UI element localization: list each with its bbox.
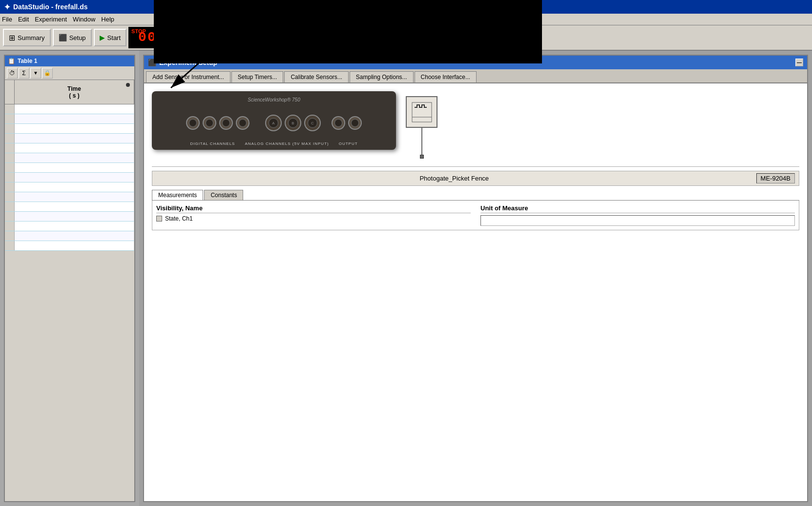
port-din-a: A [265,115,282,131]
col-time-unit: ( s ) [69,92,79,99]
menu-help[interactable]: Help [101,16,114,23]
menu-window[interactable]: Window [73,16,95,23]
state-label: State, Ch1 [165,215,193,222]
chevron-down-icon: ▼ [33,70,38,76]
port-digital-2 [203,116,216,130]
setup-tabs: Add Sensor or Instrument... Setup Timers… [144,69,807,83]
visibility-col-header: Visibility, Name [156,204,471,213]
meas-columns: Visibility, Name State, Ch1 Unit of Meas… [156,204,795,226]
table-row [5,202,134,212]
table-toolbar: ⏱ Σ ▼ 🔒 [5,66,134,80]
table-row [5,124,134,134]
right-panel: ⬛ Experiment Setup — Add Sensor or Instr… [139,51,812,506]
sensor-icon [406,96,437,128]
tab-setup-timers[interactable]: Setup Timers... [231,71,284,82]
port-din-b: B [285,115,301,131]
table-window: 📋 Table 1 ⏱ Σ ▼ 🔒 [4,55,135,502]
tab-calibrate[interactable]: Calibrate Sensors... [284,71,348,82]
summary-icon: ⊞ [9,33,15,42]
table-rows-container[interactable] [5,104,134,501]
col-time-header: Time [67,85,81,92]
setup-bottom: Photogate_Picket Fence ME-9204B Measurem… [152,166,799,230]
tab-add-sensor[interactable]: Add Sensor or Instrument... [146,71,230,82]
sensor-info-bar: Photogate_Picket Fence ME-9204B [152,171,799,186]
table-row [5,212,134,222]
menu-experiment[interactable]: Experiment [35,16,67,23]
measurements-body: Visibility, Name State, Ch1 Unit of Meas… [152,201,799,230]
table-header-row: Time ( s ) [5,80,134,104]
unit-field [480,215,795,226]
table-row [5,114,134,124]
tab-measurements[interactable]: Measurements [152,190,203,200]
table-row [5,143,134,153]
table-title-bar: 📋 Table 1 [5,56,134,66]
left-panel: 📋 Table 1 ⏱ Σ ▼ 🔒 [0,51,139,506]
table-row [5,231,134,241]
clock-tool-button[interactable]: ⏱ [7,68,18,79]
start-icon: ▶ [100,34,105,41]
app-title: DataStudio - freefall.ds [13,3,87,11]
lock-tool-button[interactable]: 🔒 [42,68,53,79]
device-label: ScienceWorkshop® 750 [248,97,300,102]
table-row [5,222,134,231]
interface-area: ScienceWorkshop® 750 [152,91,799,159]
col-dot [126,83,130,87]
sensor-icon-svg [410,100,434,124]
sigma-tool-button[interactable]: Σ [19,68,29,79]
setup-body: ScienceWorkshop® 750 [144,83,807,501]
measurements-tabs: Measurements Constants [152,190,799,201]
port-output-1 [332,116,345,130]
port-digital-4 [236,116,250,130]
meas-col-visibility: Visibility, Name State, Ch1 [156,204,471,226]
connector-box [420,155,424,159]
dropdown-tool-button[interactable]: ▼ [30,68,41,79]
tab-choose-interface[interactable]: Choose Interface... [415,71,477,82]
unit-col-header: Unit of Measure [480,204,795,213]
sigma-icon: Σ [22,70,25,77]
sensor-area [406,96,437,159]
table-title: Table 1 [18,58,37,64]
port-din-c: C [304,115,321,131]
port-digital-3 [219,116,233,130]
port-output-2 [348,116,362,130]
device-bottom-labels: DIGITAL CHANNELS ANALOG CHANNELS (5V MAX… [190,142,357,146]
sensor-name: Photogate_Picket Fence [156,175,752,182]
table-row [5,163,134,173]
main-content: 📋 Table 1 ⏱ Σ ▼ 🔒 [0,51,812,506]
meas-row-state: State, Ch1 [156,215,471,222]
table-icon: 📋 [8,58,15,64]
stop-label: STOP [131,28,146,34]
start-button[interactable]: ▶ Start [94,29,126,46]
table-row [5,153,134,163]
lock-icon: 🔒 [44,70,51,76]
table-row [5,104,134,114]
port-digital-1 [186,116,200,130]
state-checkbox[interactable] [156,216,162,222]
summary-button[interactable]: ⊞ Summary [3,29,51,46]
app-icon: ✦ [4,2,10,12]
menu-edit[interactable]: Edit [18,16,29,23]
setup-icon: ⬛ [59,34,67,41]
table-row [5,182,134,192]
measurements-section: Measurements Constants Visibility, Name … [152,190,799,230]
digital-label: DIGITAL CHANNELS [190,142,235,146]
minimize-button[interactable]: — [795,59,803,66]
tab-constants[interactable]: Constants [204,190,243,200]
interface-device: ScienceWorkshop® 750 [152,91,396,150]
analog-label: ANALOG CHANNELS (5V MAX INPUT) [245,142,329,146]
setup-button[interactable]: ⬛ Setup [53,29,92,46]
meas-col-unit: Unit of Measure [480,204,795,226]
clock-icon: ⏱ [9,70,15,77]
menu-file[interactable]: File [2,16,12,23]
tab-sampling[interactable]: Sampling Options... [350,71,414,82]
table-content: Time ( s ) [5,80,134,501]
table-row [5,173,134,182]
output-label: OUTPUT [339,142,358,146]
device-ports: A B C [186,115,362,131]
sensor-connection-line [421,128,422,155]
table-row [5,134,134,143]
sensor-model: ME-9204B [756,173,795,183]
experiment-setup: ⬛ Experiment Setup — Add Sensor or Instr… [143,55,808,502]
table-row [5,241,134,251]
table-row [5,192,134,202]
